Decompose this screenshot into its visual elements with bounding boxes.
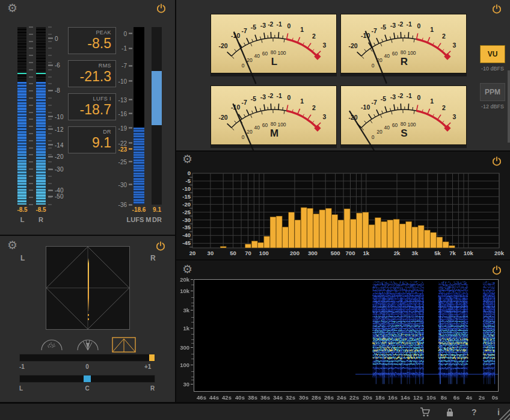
ppm-mode-reference: -12 dBFS [472,103,510,110]
gonio-mode-diamond-button[interactable] [112,337,136,353]
ppm-mode-button[interactable]: PPM [480,83,505,101]
dr-readout-box: DR 9.1 [68,126,116,153]
gonio-mode-dots-button[interactable] [40,337,64,353]
power-button[interactable] [491,265,502,276]
svg-text:-15: -15 [182,193,191,200]
svg-text:200: 200 [290,250,300,256]
svg-text:40: 40 [254,125,260,131]
goniometer-trace [88,258,89,311]
svg-text:2: 2 [442,104,446,111]
svg-text:0: 0 [287,94,291,101]
svg-text:20: 20 [247,57,253,63]
power-button[interactable] [155,241,166,252]
spectrogram-plot [194,280,498,391]
svg-text:-1: -1 [277,20,282,28]
scale-mark: -12 [48,126,63,132]
svg-text:1: 1 [300,97,304,105]
svg-text:-20: -20 [349,42,358,49]
spectrum-plot: 0-5-10-15-20-25-30-35-40-452030507010020… [176,152,510,259]
scale-mark: -8 [48,87,60,94]
correlation-max-label: +1 [144,363,151,370]
help-icon[interactable]: ? [472,407,477,417]
vu-mode-button[interactable]: VU [480,45,505,63]
svg-text:60: 60 [262,51,268,57]
lufs-scale-mark: -25 [109,158,132,165]
svg-text:-5: -5 [381,23,386,31]
svg-text:3: 3 [322,113,326,120]
svg-text:40: 40 [384,53,390,59]
correlation-mid-label: 0 [81,363,93,370]
svg-text:-3: -3 [260,93,266,100]
lufs-momentary-meter [134,27,144,205]
settings-gear-icon[interactable]: ⚙ [182,264,192,275]
lufs-scale-mark: -10 [109,78,132,84]
lock-icon[interactable] [446,407,454,417]
svg-text:0: 0 [417,22,421,29]
gonio-mode-rays-button[interactable] [76,337,100,353]
level-fill-left [17,82,26,205]
svg-text:20: 20 [189,250,196,256]
dr-readout-value: 9.1 [92,135,111,151]
svg-text:0: 0 [188,170,191,176]
lufs-scale-mark: -1 [109,45,132,52]
lufs-i-readout-value: -18.7 [80,102,111,118]
svg-text:100: 100 [277,50,286,56]
svg-text:100: 100 [407,122,416,128]
balance-right-label: R [150,385,155,392]
svg-text:10k: 10k [464,250,474,256]
svg-text:1: 1 [430,26,434,33]
svg-text:80: 80 [271,121,277,127]
svg-text:20: 20 [376,129,382,135]
level-meter-panel: ⚙ 0-6-8-10-12-14-20-30-40-50 -8.5 -8.5 L… [0,0,175,235]
vu-meter-mid: -20-10-7-5-3-2-10123020406080100M [210,85,337,145]
vu-meter-side: -20-10-7-5-3-2-10123020406080100S [340,85,467,145]
svg-text:-5: -5 [251,95,256,102]
lufs-scale-mark: -19 [109,125,132,131]
svg-text:-35: -35 [182,224,191,230]
lufs-scale-mark: 0 [109,30,132,37]
scrollbar-thumb[interactable] [508,70,510,143]
dr-range-meter [152,27,162,205]
svg-text:2: 2 [442,32,446,40]
svg-text:60: 60 [262,122,268,128]
power-button[interactable] [491,4,502,14]
svg-text:30: 30 [207,250,214,256]
svg-text:-5: -5 [251,23,256,31]
svg-text:-1: -1 [407,92,412,99]
settings-gear-icon[interactable]: ⚙ [7,2,17,14]
svg-text:-45: -45 [182,239,191,246]
goniometer-trace-dot [88,314,89,316]
svg-text:3: 3 [452,42,456,49]
right-channel-label: R [29,216,53,223]
info-icon[interactable]: i [497,407,500,417]
svg-text:-10: -10 [182,185,191,192]
svg-text:100: 100 [259,250,269,256]
svg-text:-1: -1 [407,20,412,28]
svg-text:5k: 5k [434,250,441,256]
svg-text:0: 0 [372,134,375,140]
svg-text:-5: -5 [381,95,386,102]
rms-readout-value: -21.3 [80,69,111,85]
svg-text:80: 80 [401,121,407,127]
svg-text:-5: -5 [186,178,191,184]
svg-text:-3: -3 [390,93,396,100]
svg-text:3: 3 [322,42,326,49]
svg-text:-3: -3 [260,22,266,29]
scale-mark: -14 [48,141,63,148]
svg-text:300: 300 [308,250,318,256]
settings-gear-icon[interactable]: ⚙ [7,239,17,251]
goniometer-trace-dot [88,318,89,320]
svg-text:3k: 3k [412,250,419,256]
balance-left-label: L [19,385,23,392]
svg-text:50: 50 [230,250,236,256]
lufs-scale: 0-1-7-10-13-16-19-22-23-25-30-36 [109,27,132,205]
scale-mark: -50 [48,193,63,200]
lufs-scale-mark: -13 [109,96,132,103]
svg-text:100: 100 [277,122,286,128]
svg-text:60: 60 [392,51,398,57]
power-button[interactable] [156,3,167,14]
peak-hold-left [17,73,26,74]
scale-mark: -30 [48,166,63,173]
shop-cart-icon[interactable] [420,407,431,417]
scale-mark: -10 [48,113,63,120]
